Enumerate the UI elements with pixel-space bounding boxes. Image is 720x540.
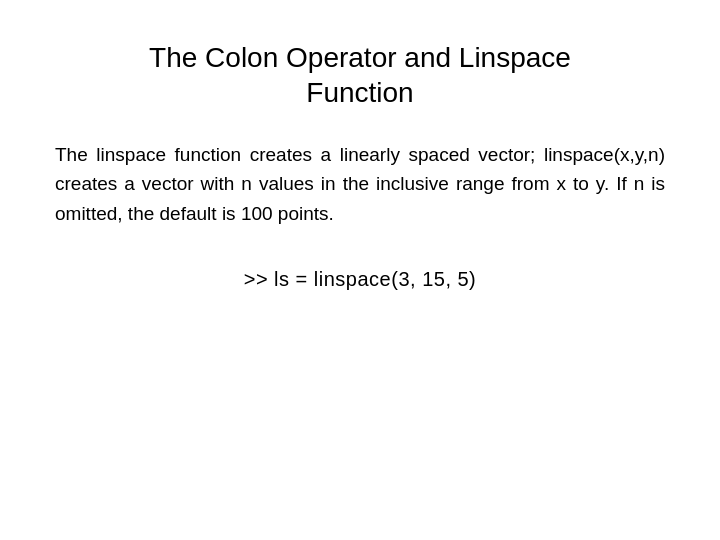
page-container: The Colon Operator and Linspace Function… <box>0 0 720 540</box>
body-paragraph: The linspace function creates a linearly… <box>55 140 665 228</box>
title-block: The Colon Operator and Linspace Function <box>55 40 665 110</box>
code-line: >> ls = linspace(3, 15, 5) <box>244 268 477 290</box>
title-line1: The Colon Operator and Linspace <box>149 42 571 73</box>
code-block: >> ls = linspace(3, 15, 5) <box>55 268 665 291</box>
title-line2: Function <box>306 77 413 108</box>
page-title: The Colon Operator and Linspace Function <box>55 40 665 110</box>
